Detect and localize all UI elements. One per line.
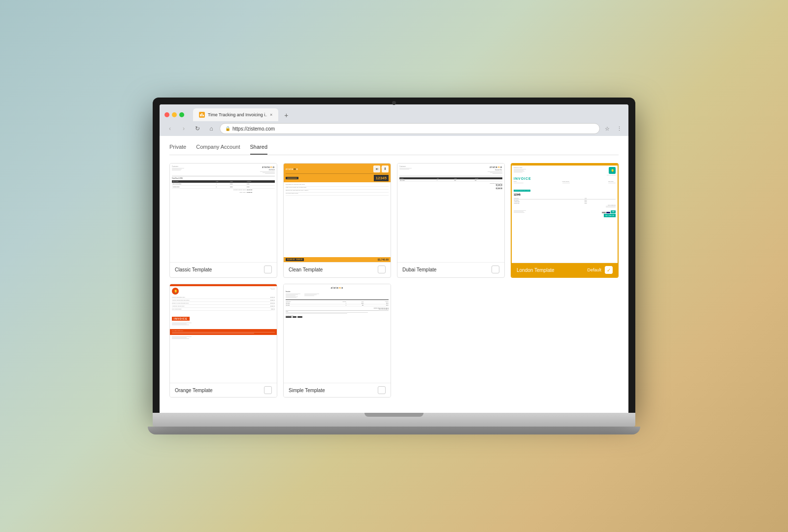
laptop-bottom xyxy=(148,427,640,434)
template-card-orange[interactable]: 💡 CREATIVE DESIGN Service descr xyxy=(169,284,277,398)
template-name-simple: Simple Template xyxy=(289,388,325,393)
camera xyxy=(392,101,396,105)
template-name-london: London Template xyxy=(517,267,555,273)
template-footer-orange: Orange Template xyxy=(170,383,277,397)
back-icon: ‹ xyxy=(169,125,171,132)
template-preview-clean: zistemo 💡 CREATIVE DESIGN xyxy=(284,164,391,262)
tab-shared[interactable]: Shared xyxy=(250,144,267,155)
template-checkbox-simple[interactable] xyxy=(378,386,386,394)
tab-favicon xyxy=(199,112,205,118)
template-name-orange: Orange Template xyxy=(175,388,213,393)
minimize-traffic-light[interactable] xyxy=(172,112,177,117)
template-preview-classic: Customer zistemo INVOICE xyxy=(170,164,277,262)
tab-company-account[interactable]: Company Account xyxy=(196,144,240,155)
back-button[interactable]: ‹ xyxy=(164,123,175,134)
traffic-lights xyxy=(164,112,184,117)
template-card-dubai[interactable]: Customer zistemo Invoice No. xyxy=(397,163,505,278)
template-name-classic: Classic Template xyxy=(175,267,212,272)
template-footer-dubai: Dubai Template xyxy=(397,262,504,276)
home-button[interactable]: ⌂ xyxy=(206,123,217,134)
template-card-simple[interactable]: zistemo Invoice xyxy=(283,284,391,398)
templates-grid: Customer zistemo INVOICE xyxy=(169,163,619,398)
template-footer-classic: Classic Template xyxy=(170,262,277,276)
preview-download-icon[interactable]: ⬇ xyxy=(382,166,389,172)
template-checkbox-orange[interactable] xyxy=(264,386,272,394)
template-card-london[interactable]: Business Name 💡 CREATIVE DESIGN xyxy=(511,163,619,278)
home-icon: ⌂ xyxy=(209,125,213,132)
template-preview-simple: zistemo Invoice xyxy=(284,284,391,383)
maximize-traffic-light[interactable] xyxy=(179,112,184,117)
template-preview-orange: 💡 CREATIVE DESIGN Service descr xyxy=(170,284,277,383)
laptop-notch xyxy=(364,413,424,417)
template-checkbox-dubai[interactable] xyxy=(492,266,499,273)
default-label: Default xyxy=(587,267,601,272)
template-preview-london: Business Name 💡 CREATIVE DESIGN xyxy=(512,164,618,263)
bookmark-icon[interactable]: ☆ xyxy=(603,124,612,133)
tabs-nav: Private Company Account Shared xyxy=(169,144,619,155)
template-card-classic[interactable]: Customer zistemo INVOICE xyxy=(169,163,277,278)
template-checkbox-london[interactable] xyxy=(605,266,613,274)
menu-icon[interactable]: ⋮ xyxy=(615,124,624,133)
browser-toolbar: ‹ › ↻ ⌂ 🔒 https://zistemo.com xyxy=(160,121,628,136)
browser-chrome: Time Tracking and Invoicing i... × + ‹ › xyxy=(160,104,628,136)
laptop-container: Time Tracking and Invoicing i... × + ‹ › xyxy=(148,98,640,434)
page-content: Private Company Account Shared xyxy=(160,136,628,413)
tab-private[interactable]: Private xyxy=(169,144,186,155)
preview-eye-icon[interactable]: 👁 xyxy=(373,166,380,172)
tab-bar: Time Tracking and Invoicing i... × + xyxy=(193,108,292,121)
template-card-clean[interactable]: zistemo 💡 CREATIVE DESIGN xyxy=(283,163,391,278)
laptop-screen-bezel: Time Tracking and Invoicing i... × + ‹ › xyxy=(153,98,635,413)
reload-button[interactable]: ↻ xyxy=(192,123,203,134)
template-checkbox-classic[interactable] xyxy=(264,266,272,273)
forward-icon: › xyxy=(183,125,185,132)
template-preview-dubai: Customer zistemo Invoice No. xyxy=(397,164,504,262)
template-footer-london: London Template Default xyxy=(512,263,618,277)
template-footer-clean: Clean Template xyxy=(284,262,391,276)
active-browser-tab[interactable]: Time Tracking and Invoicing i... × xyxy=(193,108,278,121)
new-tab-button[interactable]: + xyxy=(280,109,292,121)
template-footer-simple: Simple Template xyxy=(284,383,391,397)
browser-title-bar: Time Tracking and Invoicing i... × + xyxy=(160,104,628,121)
template-name-dubai: Dubai Template xyxy=(402,267,436,272)
url-text: https://zistemo.com xyxy=(232,126,275,132)
tab-close-icon[interactable]: × xyxy=(270,112,272,117)
forward-button[interactable]: › xyxy=(178,123,189,134)
tab-title: Time Tracking and Invoicing i... xyxy=(208,112,267,117)
address-bar[interactable]: 🔒 https://zistemo.com xyxy=(220,123,600,134)
screen: Time Tracking and Invoicing i... × + ‹ › xyxy=(160,104,628,413)
close-traffic-light[interactable] xyxy=(164,112,169,117)
preview-icons-overlay: 👁 ⬇ xyxy=(373,166,389,172)
laptop-base xyxy=(153,413,635,427)
template-name-clean: Clean Template xyxy=(289,267,323,272)
reload-icon: ↻ xyxy=(195,125,200,132)
template-checkbox-clean[interactable] xyxy=(378,266,386,273)
lock-icon: 🔒 xyxy=(225,126,230,131)
